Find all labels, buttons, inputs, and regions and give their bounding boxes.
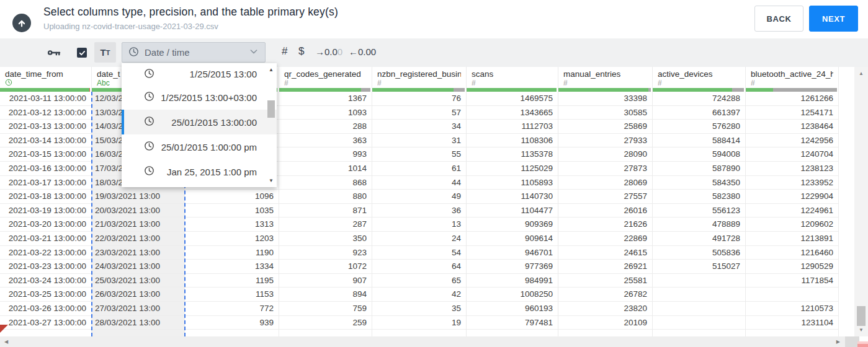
- dropdown-option[interactable]: Jan 25, 2015 1:00 pm: [122, 159, 277, 184]
- table-cell[interactable]: 1135378: [467, 147, 558, 162]
- dropdown-scroll-up-icon[interactable]: ▲: [266, 67, 276, 72]
- scroll-right-icon[interactable]: ▶: [836, 339, 840, 345]
- table-column[interactable]: bluetooth_active_24_hr_#1261266125417112…: [746, 67, 839, 336]
- table-cell[interactable]: 1125029: [467, 162, 558, 176]
- table-cell[interactable]: 2021-03-22 13:00:00: [0, 246, 91, 260]
- number-type-button[interactable]: #: [282, 45, 287, 58]
- table-cell[interactable]: 582380: [653, 190, 745, 204]
- table-cell[interactable]: 1203: [185, 232, 279, 246]
- table-cell[interactable]: 2021-03-24 13:00:00: [0, 274, 91, 288]
- table-cell[interactable]: 21/03/2021 13:00: [92, 217, 184, 232]
- table-cell[interactable]: 2021-03-12 13:00:00: [0, 106, 91, 120]
- nullable-checkbox[interactable]: [77, 48, 87, 58]
- table-cell[interactable]: 1233952: [746, 176, 838, 190]
- table-cell[interactable]: 25581: [558, 274, 652, 288]
- column-header[interactable]: manual_entries#: [558, 67, 652, 92]
- datetime-format-select[interactable]: Date / time: [122, 42, 266, 63]
- table-cell[interactable]: 1213891: [746, 232, 838, 246]
- table-cell[interactable]: 2021-03-20 13:00:00: [0, 217, 91, 232]
- table-cell[interactable]: 515027: [653, 260, 745, 274]
- column-header[interactable]: nzbn_registered_busine#: [372, 67, 466, 92]
- table-cell[interactable]: 772: [185, 302, 279, 316]
- table-cell[interactable]: 259: [279, 316, 372, 330]
- dropdown-option[interactable]: 1/25/2015 13:00: [122, 63, 277, 85]
- currency-type-button[interactable]: $: [298, 45, 304, 58]
- table-cell[interactable]: 576280: [653, 120, 745, 134]
- dropdown-scrollbar[interactable]: ▲ ▼: [266, 64, 276, 186]
- table-cell[interactable]: 1343665: [467, 106, 558, 120]
- table-cell[interactable]: 871: [279, 204, 372, 218]
- table-cell[interactable]: 2021-03-16 13:00:00: [0, 162, 91, 176]
- table-cell[interactable]: 1140730: [467, 190, 558, 204]
- table-cell[interactable]: 1105893: [467, 176, 558, 190]
- table-cell[interactable]: 28090: [558, 147, 652, 162]
- table-cell[interactable]: 1093: [279, 106, 372, 120]
- table-cell[interactable]: 1072: [279, 260, 372, 274]
- table-cell[interactable]: 1035: [185, 204, 279, 218]
- column-header[interactable]: bluetooth_active_24_hr_#: [746, 67, 838, 92]
- table-cell[interactable]: 759: [279, 302, 372, 316]
- table-cell[interactable]: 1334: [185, 260, 279, 274]
- table-cell[interactable]: 1209602: [746, 217, 838, 232]
- primary-key-icon[interactable]: [47, 47, 61, 61]
- table-cell[interactable]: 1108306: [467, 134, 558, 148]
- table-cell[interactable]: 55: [372, 147, 466, 162]
- table-cell[interactable]: 44: [372, 176, 466, 190]
- table-cell[interactable]: 34: [372, 120, 466, 134]
- table-cell[interactable]: 287: [279, 217, 372, 232]
- table-cell[interactable]: 2021-03-19 13:00:00: [0, 204, 91, 218]
- table-cell[interactable]: 20/03/2021 13:00: [92, 204, 184, 218]
- table-cell[interactable]: 1313: [185, 217, 279, 232]
- table-horizontal-scrollbar[interactable]: ◀ ▶: [0, 336, 845, 347]
- table-cell[interactable]: 505836: [653, 246, 745, 260]
- table-column[interactable]: date_time_from2021-03-11 13:00:002021-03…: [0, 67, 92, 336]
- table-cell[interactable]: 2021-03-14 13:00:00: [0, 134, 91, 148]
- table-cell[interactable]: 1231104: [746, 316, 838, 330]
- table-cell[interactable]: 661397: [653, 106, 745, 120]
- table-cell[interactable]: 939: [185, 316, 279, 330]
- table-cell[interactable]: 2021-03-18 13:00:00: [0, 190, 91, 204]
- table-cell[interactable]: 76: [372, 92, 466, 106]
- table-cell[interactable]: 894: [279, 288, 372, 302]
- table-cell[interactable]: 907: [279, 274, 372, 288]
- table-cell[interactable]: 27557: [558, 190, 652, 204]
- table-cell[interactable]: 1242956: [746, 134, 838, 148]
- table-cell[interactable]: 2021-03-11 13:00:00: [0, 92, 91, 106]
- table-cell[interactable]: 1229904: [746, 190, 838, 204]
- table-cell[interactable]: 24615: [558, 246, 652, 260]
- table-cell[interactable]: 54: [372, 246, 466, 260]
- table-cell[interactable]: 584350: [653, 176, 745, 190]
- table-cell[interactable]: 2021-03-26 13:00:00: [0, 302, 91, 316]
- table-cell[interactable]: [653, 274, 745, 288]
- table-cell[interactable]: 724288: [653, 92, 745, 106]
- table-cell[interactable]: 24/03/2021 13:00: [92, 260, 184, 274]
- table-cell[interactable]: 35: [372, 302, 466, 316]
- table-cell[interactable]: 587890: [653, 162, 745, 176]
- table-cell[interactable]: 350: [279, 232, 372, 246]
- table-cell[interactable]: 26921: [558, 260, 652, 274]
- table-cell[interactable]: 24: [372, 232, 466, 246]
- table-cell[interactable]: 23/03/2021 13:00: [92, 246, 184, 260]
- table-cell[interactable]: 61: [372, 162, 466, 176]
- table-cell[interactable]: 1104477: [467, 204, 558, 218]
- table-column[interactable]: scans#1469575134366511127031108306113537…: [467, 67, 558, 336]
- column-header[interactable]: qr_codes_generated#: [279, 67, 372, 92]
- table-cell[interactable]: 909369: [467, 217, 558, 232]
- table-cell[interactable]: [746, 288, 838, 302]
- table-cell[interactable]: 64: [372, 260, 466, 274]
- table-column[interactable]: nzbn_registered_busine#76573431556144493…: [372, 67, 467, 336]
- table-cell[interactable]: 22869: [558, 232, 652, 246]
- table-cell[interactable]: 42: [372, 288, 466, 302]
- table-cell[interactable]: 1469575: [467, 92, 558, 106]
- table-cell[interactable]: 26/03/2021 13:00: [92, 288, 184, 302]
- table-cell[interactable]: 797481: [467, 316, 558, 330]
- table-cell[interactable]: 2021-03-13 13:00:00: [0, 120, 91, 134]
- table-cell[interactable]: 478889: [653, 217, 745, 232]
- table-cell[interactable]: 556123: [653, 204, 745, 218]
- table-cell[interactable]: 31: [372, 134, 466, 148]
- table-column[interactable]: manual_entries#3339830585258692793328090…: [558, 67, 653, 336]
- table-column[interactable]: active_devices#7242886613975762805884145…: [653, 67, 746, 336]
- table-cell[interactable]: 1112703: [467, 120, 558, 134]
- increase-decimals-button[interactable]: →0.00: [315, 46, 342, 57]
- table-cell[interactable]: 588414: [653, 134, 745, 148]
